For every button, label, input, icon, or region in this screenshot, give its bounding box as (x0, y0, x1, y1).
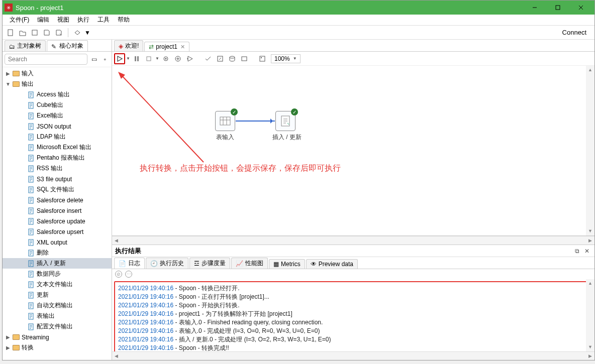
folder-icon (13, 334, 20, 340)
debug-button[interactable] (172, 53, 183, 64)
tree-item[interactable]: XML output (3, 237, 112, 248)
canvas[interactable]: ✓ 表输入 ✓ 插入 / 更新 执行转换，点击开始按钮，会提示保存，保存后即可执… (112, 66, 594, 236)
hop-arrow[interactable] (236, 120, 275, 122)
close-tab-icon[interactable]: ✕ (180, 44, 185, 50)
tree-item[interactable]: JSON output (3, 121, 112, 132)
menu-view[interactable]: 视图 (53, 16, 73, 24)
maximize-button[interactable] (546, 1, 569, 15)
menu-run[interactable]: 执行 (73, 16, 93, 24)
tree-item[interactable]: S3 file output (3, 174, 112, 184)
saveas-button[interactable] (54, 28, 64, 38)
menu-help[interactable]: 帮助 (114, 16, 134, 24)
canvas-hscroll[interactable]: ◀▶ (112, 236, 594, 245)
tree-item[interactable]: Pentaho 报表输出 (3, 153, 112, 163)
connect-button[interactable]: Connect (557, 29, 591, 36)
show-results-button[interactable] (257, 53, 268, 64)
tab-welcome[interactable]: ◈欢迎! (114, 40, 143, 51)
svg-rect-30 (137, 56, 139, 61)
tree-item[interactable]: 文本文件输出 (3, 279, 112, 290)
clear-log-button[interactable]: ⊘ (115, 271, 122, 278)
log-settings-button[interactable]: ⋯ (125, 271, 132, 278)
tree-item[interactable]: SQL 文件输出 (3, 184, 112, 195)
tree-item[interactable]: Access 输出 (3, 89, 112, 100)
log-hscroll[interactable]: ◀▶ (112, 351, 594, 360)
replay-button[interactable] (184, 53, 195, 64)
new-file-button[interactable] (6, 28, 16, 38)
tree-item[interactable]: Salesforce delete (3, 195, 112, 205)
tree-folder-output[interactable]: ▼输出 (3, 79, 112, 89)
tree-folder-transform[interactable]: ▶转换 (3, 342, 112, 353)
tree-item[interactable]: 删除 (3, 248, 112, 258)
rtab-history[interactable]: 🕘执行历史 (146, 258, 188, 269)
tree-item[interactable]: 自动文档输出 (3, 300, 112, 311)
tree-item[interactable]: Salesforce upsert (3, 226, 112, 237)
menu-edit[interactable]: 编辑 (33, 16, 53, 24)
tree-item[interactable]: Excel输出 (3, 110, 112, 121)
stop-dropdown[interactable]: ▼ (155, 56, 159, 61)
tree-item[interactable]: 更新 (3, 290, 112, 300)
menu-tools[interactable]: 工具 (93, 16, 114, 24)
preview-button[interactable] (160, 53, 171, 64)
tab-core-objects[interactable]: ✎核心对象 (47, 40, 88, 51)
svg-rect-4 (8, 30, 13, 36)
open-button[interactable] (18, 28, 28, 38)
menu-file[interactable]: 文件(F) (6, 16, 33, 24)
canvas-vscroll[interactable]: ▲▼ (586, 66, 594, 235)
step-insert-update[interactable]: ✓ (275, 111, 295, 131)
tree-icon: 🗂 (9, 43, 15, 49)
tree-item[interactable]: Cube输出 (3, 100, 112, 110)
step-icon (28, 250, 35, 257)
minimize-button[interactable] (523, 1, 546, 15)
sql-button[interactable] (227, 53, 238, 64)
log-body[interactable]: 2021/01/29 19:40:16 - Spoon - 转换已经打开.202… (112, 279, 594, 351)
run-button[interactable] (114, 53, 125, 64)
rtab-preview[interactable]: 👁Preview data (306, 259, 358, 269)
expand-all-button[interactable]: ▭ (89, 55, 98, 64)
step-icon (28, 112, 35, 119)
impact-button[interactable] (215, 53, 226, 64)
tree-item[interactable]: 数据同步 (3, 269, 112, 279)
explore-button[interactable] (30, 28, 40, 38)
close-button[interactable] (569, 1, 592, 15)
step-icon (28, 260, 35, 267)
tree-folder-streaming[interactable]: ▶Streaming (3, 332, 112, 342)
zoom-select[interactable]: 100%▼ (271, 54, 301, 63)
perspective-dropdown[interactable]: ▼ (84, 29, 90, 36)
tree-item[interactable]: LDAP 输出 (3, 132, 112, 142)
tree-item[interactable]: 表输出 (3, 311, 112, 321)
pause-button[interactable] (131, 53, 142, 64)
tree-item[interactable]: 配置文件输出 (3, 321, 112, 332)
verify-button[interactable] (203, 53, 214, 64)
tree-item[interactable]: Salesforce update (3, 216, 112, 226)
success-badge-icon: ✓ (231, 108, 238, 115)
search-input[interactable] (5, 54, 87, 65)
tree-item[interactable]: RSS 输出 (3, 163, 112, 174)
detach-icon[interactable]: ⧉ (572, 247, 581, 256)
rtab-log[interactable]: 📄日志 (114, 258, 145, 269)
rtab-step-metrics[interactable]: ☲步骤度量 (189, 258, 230, 269)
close-results-icon[interactable]: ✕ (582, 247, 591, 256)
rtab-metrics[interactable]: ▦Metrics (269, 259, 305, 269)
tree-folder-input[interactable]: ▶输入 (3, 68, 112, 79)
log-vscroll[interactable]: ▲▼ (586, 279, 594, 351)
tab-project1[interactable]: ⇄project1✕ (144, 42, 189, 51)
menubar: 文件(F) 编辑 视图 执行 工具 帮助 (3, 15, 594, 26)
tree-item[interactable]: Microsoft Excel 输出 (3, 142, 112, 153)
stop-button[interactable] (143, 53, 154, 64)
perspective-button[interactable] (72, 28, 82, 38)
svg-rect-31 (147, 57, 151, 61)
collapse-all-button[interactable]: ▫ (101, 55, 110, 64)
transform-icon: ⇄ (149, 43, 154, 50)
run-dropdown[interactable]: ▼ (126, 56, 130, 61)
object-tree[interactable]: ▶输入▼输出Access 输出Cube输出Excel输出JSON outputL… (3, 67, 112, 360)
rtab-perf[interactable]: 📈性能图 (231, 258, 268, 269)
step-icon (28, 134, 35, 141)
results-tabs: 📄日志 🕘执行历史 ☲步骤度量 📈性能图 ▦Metrics 👁Preview d… (112, 257, 594, 269)
save-button[interactable] (42, 28, 52, 38)
results-title: 执行结果 (115, 247, 571, 256)
svg-point-33 (165, 58, 167, 59)
explore-db-button[interactable] (239, 53, 250, 64)
tab-main-tree[interactable]: 🗂主对象树 (5, 40, 46, 51)
tree-item[interactable]: Salesforce insert (3, 205, 112, 216)
tree-item[interactable]: 插入 / 更新 (3, 258, 112, 269)
